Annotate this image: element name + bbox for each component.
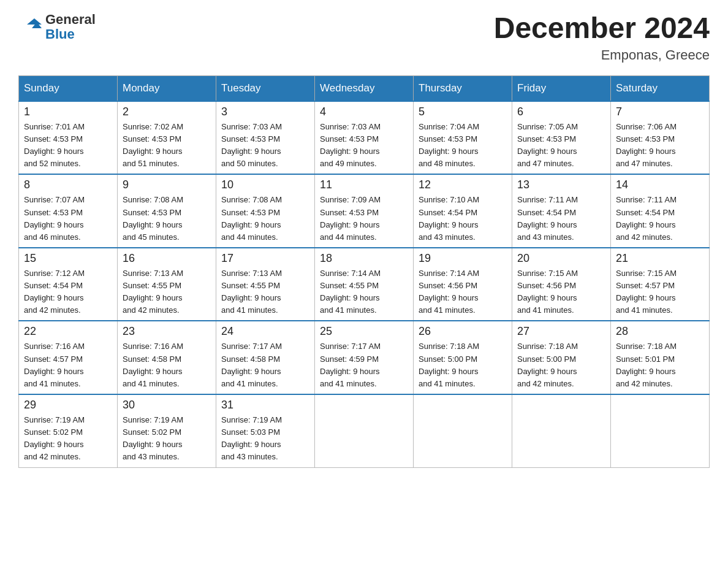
calendar-cell: 15 Sunrise: 7:12 AM Sunset: 4:54 PM Dayl…	[19, 248, 118, 321]
header-monday: Monday	[118, 75, 216, 101]
calendar-cell: 16 Sunrise: 7:13 AM Sunset: 4:55 PM Dayl…	[118, 248, 216, 321]
day-number: 1	[24, 105, 112, 118]
day-info: Sunrise: 7:06 AM Sunset: 4:53 PM Dayligh…	[616, 121, 704, 170]
day-info: Sunrise: 7:13 AM Sunset: 4:55 PM Dayligh…	[221, 267, 309, 317]
day-number: 9	[123, 178, 211, 191]
day-info: Sunrise: 7:11 AM Sunset: 4:54 PM Dayligh…	[616, 194, 704, 243]
calendar-cell	[414, 394, 512, 467]
calendar-cell	[611, 394, 710, 467]
calendar-cell: 3 Sunrise: 7:03 AM Sunset: 4:53 PM Dayli…	[216, 101, 315, 175]
header-sunday: Sunday	[19, 75, 118, 101]
calendar-cell: 20 Sunrise: 7:15 AM Sunset: 4:56 PM Dayl…	[512, 248, 611, 321]
day-number: 12	[419, 178, 507, 191]
day-info: Sunrise: 7:19 AM Sunset: 5:02 PM Dayligh…	[123, 414, 211, 464]
location: Emponas, Greece	[494, 47, 710, 63]
day-info: Sunrise: 7:09 AM Sunset: 4:53 PM Dayligh…	[320, 194, 408, 243]
day-number: 14	[616, 178, 704, 191]
day-info: Sunrise: 7:16 AM Sunset: 4:57 PM Dayligh…	[24, 340, 112, 390]
day-number: 27	[517, 325, 605, 338]
calendar-header-row: SundayMondayTuesdayWednesdayThursdayFrid…	[19, 75, 710, 101]
day-info: Sunrise: 7:16 AM Sunset: 4:58 PM Dayligh…	[123, 340, 211, 390]
day-number: 18	[320, 252, 408, 265]
calendar-cell: 25 Sunrise: 7:17 AM Sunset: 4:59 PM Dayl…	[315, 321, 414, 394]
day-number: 17	[221, 252, 309, 265]
header-wednesday: Wednesday	[315, 75, 414, 101]
day-number: 16	[123, 252, 211, 265]
calendar-cell: 31 Sunrise: 7:19 AM Sunset: 5:03 PM Dayl…	[216, 394, 315, 467]
day-info: Sunrise: 7:11 AM Sunset: 4:54 PM Dayligh…	[517, 194, 605, 243]
day-number: 4	[320, 105, 408, 118]
day-number: 29	[24, 399, 112, 412]
day-info: Sunrise: 7:15 AM Sunset: 4:56 PM Dayligh…	[517, 267, 605, 317]
day-info: Sunrise: 7:13 AM Sunset: 4:55 PM Dayligh…	[123, 267, 211, 317]
day-info: Sunrise: 7:03 AM Sunset: 4:53 PM Dayligh…	[320, 121, 408, 170]
day-info: Sunrise: 7:08 AM Sunset: 4:53 PM Dayligh…	[123, 194, 211, 243]
title-block: December 2024 Emponas, Greece	[494, 12, 710, 63]
calendar-cell: 7 Sunrise: 7:06 AM Sunset: 4:53 PM Dayli…	[611, 101, 710, 175]
week-row-3: 15 Sunrise: 7:12 AM Sunset: 4:54 PM Dayl…	[19, 248, 710, 321]
day-info: Sunrise: 7:17 AM Sunset: 4:58 PM Dayligh…	[221, 340, 309, 390]
calendar-table: SundayMondayTuesdayWednesdayThursdayFrid…	[18, 75, 710, 468]
calendar-cell: 21 Sunrise: 7:15 AM Sunset: 4:57 PM Dayl…	[611, 248, 710, 321]
calendar-cell: 2 Sunrise: 7:02 AM Sunset: 4:53 PM Dayli…	[118, 101, 216, 175]
day-number: 13	[517, 178, 605, 191]
calendar-cell: 29 Sunrise: 7:19 AM Sunset: 5:02 PM Dayl…	[19, 394, 118, 467]
day-number: 3	[221, 105, 309, 118]
calendar-cell: 22 Sunrise: 7:16 AM Sunset: 4:57 PM Dayl…	[19, 321, 118, 394]
calendar-cell: 5 Sunrise: 7:04 AM Sunset: 4:53 PM Dayli…	[414, 101, 512, 175]
calendar-cell	[512, 394, 611, 467]
day-number: 23	[123, 325, 211, 338]
logo: General Blue	[18, 12, 96, 42]
week-row-1: 1 Sunrise: 7:01 AM Sunset: 4:53 PM Dayli…	[19, 101, 710, 175]
day-info: Sunrise: 7:18 AM Sunset: 5:00 PM Dayligh…	[419, 340, 507, 390]
day-number: 6	[517, 105, 605, 118]
day-info: Sunrise: 7:14 AM Sunset: 4:55 PM Dayligh…	[320, 267, 408, 317]
calendar-cell: 18 Sunrise: 7:14 AM Sunset: 4:55 PM Dayl…	[315, 248, 414, 321]
calendar-cell: 19 Sunrise: 7:14 AM Sunset: 4:56 PM Dayl…	[414, 248, 512, 321]
calendar-cell: 10 Sunrise: 7:08 AM Sunset: 4:53 PM Dayl…	[216, 174, 315, 248]
day-info: Sunrise: 7:14 AM Sunset: 4:56 PM Dayligh…	[419, 267, 507, 317]
page-header: General Blue December 2024 Emponas, Gree…	[18, 12, 710, 63]
week-row-5: 29 Sunrise: 7:19 AM Sunset: 5:02 PM Dayl…	[19, 394, 710, 467]
calendar-cell: 24 Sunrise: 7:17 AM Sunset: 4:58 PM Dayl…	[216, 321, 315, 394]
svg-marker-0	[27, 18, 42, 25]
day-number: 28	[616, 325, 704, 338]
day-number: 24	[221, 325, 309, 338]
calendar-cell: 26 Sunrise: 7:18 AM Sunset: 5:00 PM Dayl…	[414, 321, 512, 394]
day-info: Sunrise: 7:18 AM Sunset: 5:00 PM Dayligh…	[517, 340, 605, 390]
day-info: Sunrise: 7:03 AM Sunset: 4:53 PM Dayligh…	[221, 121, 309, 170]
calendar-cell: 14 Sunrise: 7:11 AM Sunset: 4:54 PM Dayl…	[611, 174, 710, 248]
logo-container: General Blue	[18, 12, 96, 42]
day-info: Sunrise: 7:12 AM Sunset: 4:54 PM Dayligh…	[24, 267, 112, 317]
day-info: Sunrise: 7:18 AM Sunset: 5:01 PM Dayligh…	[616, 340, 704, 390]
month-title: December 2024	[494, 12, 710, 45]
day-number: 30	[123, 399, 211, 412]
day-info: Sunrise: 7:02 AM Sunset: 4:53 PM Dayligh…	[123, 121, 211, 170]
day-info: Sunrise: 7:10 AM Sunset: 4:54 PM Dayligh…	[419, 194, 507, 243]
day-info: Sunrise: 7:19 AM Sunset: 5:03 PM Dayligh…	[221, 414, 309, 464]
week-row-2: 8 Sunrise: 7:07 AM Sunset: 4:53 PM Dayli…	[19, 174, 710, 248]
day-number: 31	[221, 399, 309, 412]
day-info: Sunrise: 7:19 AM Sunset: 5:02 PM Dayligh…	[24, 414, 112, 464]
day-number: 2	[123, 105, 211, 118]
logo-blue: Blue	[45, 27, 96, 42]
calendar-cell: 1 Sunrise: 7:01 AM Sunset: 4:53 PM Dayli…	[19, 101, 118, 175]
day-info: Sunrise: 7:07 AM Sunset: 4:53 PM Dayligh…	[24, 194, 112, 243]
day-number: 7	[616, 105, 704, 118]
day-number: 10	[221, 178, 309, 191]
day-info: Sunrise: 7:15 AM Sunset: 4:57 PM Dayligh…	[616, 267, 704, 317]
day-number: 26	[419, 325, 507, 338]
calendar-cell	[315, 394, 414, 467]
calendar-cell: 17 Sunrise: 7:13 AM Sunset: 4:55 PM Dayl…	[216, 248, 315, 321]
calendar-cell: 13 Sunrise: 7:11 AM Sunset: 4:54 PM Dayl…	[512, 174, 611, 248]
day-number: 15	[24, 252, 112, 265]
logo-general: General	[45, 12, 96, 27]
week-row-4: 22 Sunrise: 7:16 AM Sunset: 4:57 PM Dayl…	[19, 321, 710, 394]
calendar-cell: 28 Sunrise: 7:18 AM Sunset: 5:01 PM Dayl…	[611, 321, 710, 394]
calendar-cell: 27 Sunrise: 7:18 AM Sunset: 5:00 PM Dayl…	[512, 321, 611, 394]
calendar-cell: 6 Sunrise: 7:05 AM Sunset: 4:53 PM Dayli…	[512, 101, 611, 175]
calendar-cell: 23 Sunrise: 7:16 AM Sunset: 4:58 PM Dayl…	[118, 321, 216, 394]
calendar-cell: 8 Sunrise: 7:07 AM Sunset: 4:53 PM Dayli…	[19, 174, 118, 248]
header-saturday: Saturday	[611, 75, 710, 101]
calendar-cell: 9 Sunrise: 7:08 AM Sunset: 4:53 PM Dayli…	[118, 174, 216, 248]
